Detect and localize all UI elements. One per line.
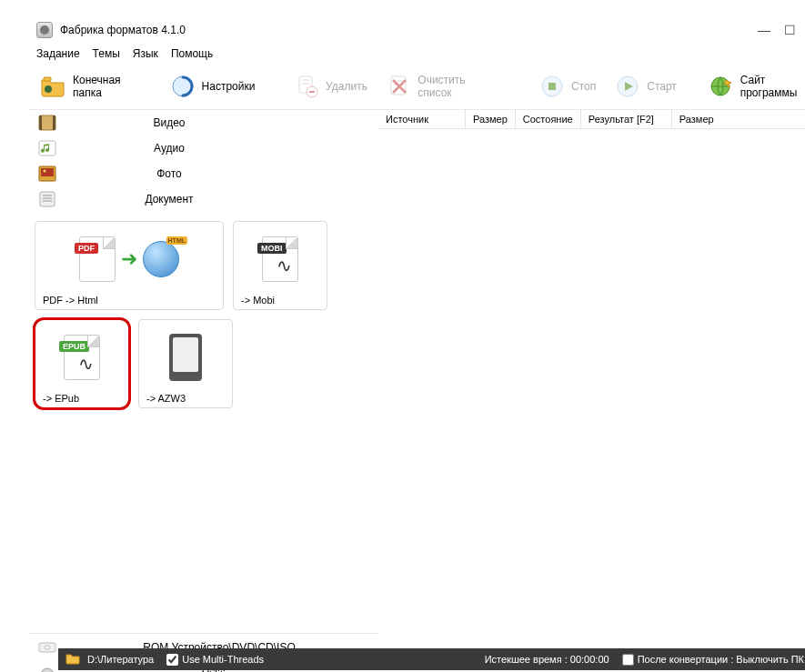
clear-icon: [386, 73, 412, 100]
after-conversion-label: После конвертации : Выключить ПК: [638, 654, 804, 665]
stop-icon: [538, 73, 566, 100]
after-conversion-input[interactable]: [622, 654, 634, 666]
multithreads-input[interactable]: [166, 654, 178, 666]
status-path: D:\Литература: [87, 654, 154, 665]
tile-pdf-to-html[interactable]: PDF ➜ HTML PDF -> Html: [35, 221, 224, 310]
gear-icon: [169, 73, 196, 100]
arrow-right-icon: ➜: [121, 247, 137, 271]
content-area: Источник Размер Состояние Результат [F2]…: [378, 110, 805, 672]
photo-icon: [35, 164, 60, 184]
output-folder-button[interactable]: Конечная папка: [33, 71, 158, 102]
folder-small-icon[interactable]: [65, 652, 80, 667]
multithreads-label: Use Multi-Threads: [182, 654, 264, 665]
clear-label: Очистить список: [418, 74, 500, 99]
sidebar-document-label: Документ: [60, 193, 378, 206]
svg-point-2: [45, 85, 52, 93]
menu-themes[interactable]: Темы: [93, 47, 120, 60]
col-result[interactable]: Результат [F2]: [581, 110, 672, 128]
app-window: Фабрика форматов 4.1.0 — ☐ ✕ Задание Тем…: [29, 16, 805, 672]
tiles-area: PDF ➜ HTML PDF -> Html MOBI ∿: [29, 212, 378, 417]
tile-azw3-label: -> AZW3: [145, 393, 226, 404]
sidebar-item-photo[interactable]: Фото: [29, 161, 378, 186]
kindle-icon: [169, 334, 202, 381]
website-button[interactable]: Сайт программы: [700, 71, 805, 102]
svg-rect-20: [53, 115, 55, 130]
start-label: Старт: [647, 80, 677, 93]
table-header: Источник Размер Состояние Результат [F2]…: [378, 110, 805, 129]
status-elapsed: Истекшее время : 00:00:00: [485, 654, 609, 665]
menubar: Задание Темы Язык Помощь: [29, 44, 805, 67]
svg-rect-25: [40, 192, 55, 206]
table-body-empty: [378, 129, 805, 672]
after-conversion-checkbox[interactable]: После конвертации : Выключить ПК: [622, 654, 804, 666]
minimize-button[interactable]: —: [758, 24, 770, 36]
sidebar-video-label: Видео: [60, 116, 378, 129]
tile-mobi-label: -> Mobi: [239, 295, 321, 306]
svg-rect-23: [41, 168, 54, 176]
delete-icon: [293, 73, 320, 100]
tile-epub-label: -> EPub: [41, 393, 123, 404]
col-size2[interactable]: Размер: [672, 110, 805, 128]
stop-label: Стоп: [571, 80, 596, 93]
svg-rect-1: [44, 77, 51, 81]
toolbar: Конечная папка Настройки Удалить Очистит…: [29, 67, 805, 110]
svg-rect-19: [39, 115, 42, 130]
delete-button[interactable]: Удалить: [286, 71, 375, 102]
epub-doc-icon: EPUB ∿: [64, 335, 100, 380]
svg-rect-15: [548, 83, 556, 90]
play-icon: [614, 73, 641, 100]
badge-pdf: PDF: [75, 243, 98, 254]
sidebar: Видео Аудио Фото: [29, 110, 378, 672]
stop-button[interactable]: Стоп: [531, 71, 603, 102]
sidebar-item-document[interactable]: Документ: [29, 186, 378, 212]
tile-mobi[interactable]: MOBI ∿ -> Mobi: [233, 221, 327, 310]
badge-epub: EPUB: [59, 341, 89, 352]
note-icon: [35, 138, 60, 158]
titlebar: Фабрика форматов 4.1.0 — ☐ ✕: [29, 16, 805, 44]
badge-html: HTML: [166, 236, 187, 245]
window-title: Фабрика форматов 4.1.0: [60, 24, 758, 36]
tile-pdf-html-label: PDF -> Html: [41, 295, 217, 306]
settings-button[interactable]: Настройки: [162, 71, 263, 102]
svg-point-24: [44, 170, 46, 173]
sidebar-item-audio[interactable]: Аудио: [29, 135, 378, 161]
globe-icon: [708, 73, 735, 100]
film-icon: [35, 113, 60, 133]
col-size[interactable]: Размер: [466, 110, 516, 128]
website-label: Сайт программы: [740, 74, 805, 99]
svg-rect-21: [39, 141, 55, 155]
clear-button[interactable]: Очистить список: [378, 71, 508, 102]
app-icon: [36, 22, 53, 38]
sidebar-item-video[interactable]: Видео: [29, 110, 378, 135]
settings-label: Настройки: [202, 80, 256, 93]
document-icon: [35, 189, 60, 209]
tile-azw3[interactable]: -> AZW3: [138, 319, 233, 408]
folder-icon: [40, 73, 67, 100]
statusbar: D:\Литература Use Multi-Threads Истекшее…: [58, 648, 805, 670]
mobi-doc-icon: MOBI ∿: [262, 236, 298, 282]
badge-mobi: MOBI: [257, 243, 287, 254]
maximize-button[interactable]: ☐: [783, 24, 796, 36]
sidebar-photo-label: Фото: [60, 167, 378, 180]
sidebar-audio-label: Аудио: [60, 142, 378, 155]
multithreads-checkbox[interactable]: Use Multi-Threads: [166, 654, 264, 666]
html-globe-icon: HTML: [143, 241, 179, 277]
start-button[interactable]: Старт: [607, 71, 684, 102]
menu-help[interactable]: Помощь: [171, 47, 213, 60]
col-source[interactable]: Источник: [378, 110, 466, 128]
menu-language[interactable]: Язык: [133, 47, 158, 60]
output-folder-label: Конечная папка: [73, 74, 151, 99]
svg-point-0: [40, 25, 49, 35]
pdf-doc-icon: PDF: [79, 236, 116, 282]
menu-task[interactable]: Задание: [36, 47, 80, 60]
tile-epub[interactable]: EPUB ∿ -> EPub: [35, 319, 129, 408]
delete-label: Удалить: [326, 80, 367, 93]
col-state[interactable]: Состояние: [516, 110, 581, 128]
